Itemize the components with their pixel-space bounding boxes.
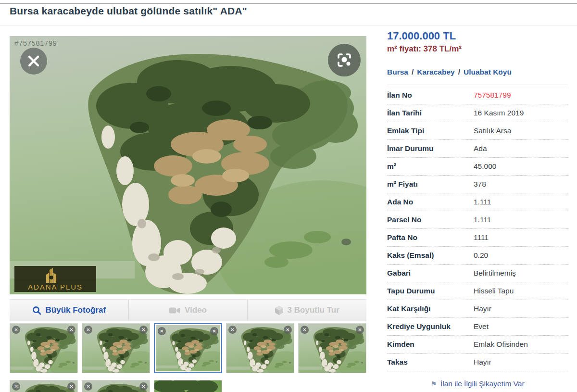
photo-thumbnail[interactable] [298, 323, 366, 373]
thumb-close-icon[interactable] [84, 326, 92, 334]
tab-big-photo[interactable]: Büyük Fotoğraf [10, 300, 128, 321]
details-row: Emlak Tipi Satılık Arsa [387, 122, 568, 140]
thumbnail-image [154, 380, 222, 392]
details-row: İlan No 757581799 [387, 87, 568, 104]
price: 17.000.000 TL [387, 30, 456, 42]
breadcrumb: Bursa/Karacabey/Uluabat Köyü [387, 68, 512, 76]
thumb-close-icon[interactable] [158, 327, 166, 335]
details-row: Parsel No 1.111 [387, 211, 568, 229]
agency-watermark: ADANA PLUS [14, 266, 96, 292]
details-value: Satılık Arsa [474, 126, 511, 135]
close-icon [27, 55, 40, 67]
breadcrumb-link-district[interactable]: Karacabey [417, 68, 454, 76]
thumb-close-icon[interactable] [210, 327, 218, 335]
details-row: Ada No 1.111 [387, 193, 568, 211]
details-label: Takas [387, 358, 474, 367]
fullscreen-icon [336, 52, 352, 68]
details-label: Kimden [387, 340, 474, 349]
report-listing-label: İlan ile İlgili Şikayetim Var [440, 379, 525, 388]
photo-thumbnail[interactable] [154, 323, 222, 373]
tab-video[interactable]: Video [128, 300, 248, 321]
details-row: Kat Karşılığı Hayır [387, 300, 568, 318]
tab-label: 3 Boyutlu Tur [288, 305, 339, 315]
tab-label: Büyük Fotoğraf [46, 305, 106, 315]
photo-thumbnail[interactable] [10, 380, 78, 392]
thumb-close-icon[interactable] [12, 382, 20, 391]
flag-icon: ⚑ [430, 380, 437, 388]
breadcrumb-divider [387, 85, 568, 85]
details-row: Pafta No 1111 [387, 229, 568, 247]
details-value: 1111 [474, 233, 489, 242]
tab-3d-tour[interactable]: 3 Boyutlu Tur [247, 300, 366, 321]
details-label: Emlak Tipi [387, 126, 474, 135]
thumbnail-strip-row-2 [10, 380, 222, 392]
details-value: Emlak Ofisinden [474, 340, 528, 349]
details-label: Kaks (Emsal) [387, 251, 474, 260]
thumb-close-icon[interactable] [12, 326, 20, 334]
details-label: Parsel No [387, 215, 474, 224]
details-label: Krediye Uygunluk [387, 322, 474, 331]
page-top-divider [0, 3, 577, 4]
fullscreen-button[interactable] [328, 44, 361, 76]
breadcrumb-link-city[interactable]: Bursa [387, 68, 408, 76]
details-row: Gabari Belirtilmemiş [387, 265, 568, 282]
details-value: Evet [474, 322, 489, 331]
magnifier-icon [32, 306, 41, 315]
photo-thumbnail[interactable] [154, 380, 222, 392]
title-divider [0, 25, 577, 25]
report-listing-link[interactable]: ⚑ İlan ile İlgili Şikayetim Var [387, 379, 568, 388]
thumb-close-icon[interactable] [139, 326, 148, 334]
thumb-close-icon[interactable] [284, 326, 292, 334]
details-label: İlan Tarihi [387, 109, 474, 117]
details-row: Kimden Emlak Ofisinden [387, 336, 568, 354]
details-value: Belirtilmemiş [474, 269, 516, 278]
agency-building-icon [42, 267, 61, 283]
details-value: 16 Kasım 2019 [474, 109, 524, 117]
photo-watermark-id: #757581799 [14, 39, 57, 47]
listing-details-table: İlan No 757581799 İlan Tarihi 16 Kasım 2… [387, 87, 568, 371]
photo-thumbnail[interactable] [82, 380, 150, 392]
thumb-close-icon[interactable] [67, 382, 75, 391]
thumbnail-strip-row-1 [10, 323, 366, 373]
island-aerial-photo [10, 36, 366, 294]
thumb-close-icon[interactable] [67, 326, 75, 334]
details-value: 757581799 [474, 91, 511, 100]
details-label: Tapu Durumu [387, 287, 474, 295]
details-label: m² Fiyatı [387, 180, 474, 189]
breadcrumb-separator: / [408, 68, 417, 76]
tab-label: Video [185, 305, 207, 315]
listing-title: Bursa karacabeyde ulubat gölünde satılık… [10, 5, 247, 17]
details-label: Kat Karşılığı [387, 304, 474, 313]
details-row: Krediye Uygunluk Evet [387, 318, 568, 336]
details-label: Pafta No [387, 233, 474, 242]
details-value: 0.20 [474, 251, 488, 260]
thumb-close-icon[interactable] [301, 326, 309, 334]
details-row: m² 45.000 [387, 158, 568, 176]
media-tab-bar: Büyük Fotoğraf Video 3 Boyutlu Tur [10, 299, 366, 321]
details-row: Tapu Durumu Hisseli Tapu [387, 282, 568, 300]
photo-thumbnail[interactable] [226, 323, 294, 373]
details-value: Hisseli Tapu [474, 287, 514, 295]
thumb-close-icon[interactable] [228, 326, 237, 334]
photo-thumbnail[interactable] [82, 323, 150, 373]
details-row: İlan Tarihi 16 Kasım 2019 [387, 104, 568, 122]
breadcrumb-separator: / [455, 68, 464, 76]
main-photo[interactable]: #757581799 ADANA PLUS [10, 36, 366, 294]
close-button[interactable] [20, 48, 47, 75]
details-value: 1.111 [474, 198, 491, 206]
details-value: 1.111 [474, 215, 491, 224]
breadcrumb-link-village[interactable]: Uluabat Köyü [464, 68, 512, 76]
details-row: m² Fiyatı 378 [387, 176, 568, 193]
details-label: Gabari [387, 269, 474, 278]
photo-thumbnail[interactable] [10, 323, 78, 373]
thumb-close-icon[interactable] [84, 382, 92, 391]
video-camera-icon [169, 307, 180, 314]
cube-3d-icon [275, 306, 283, 315]
details-value: Hayır [474, 304, 491, 313]
thumb-close-icon[interactable] [356, 326, 364, 334]
agency-watermark-label: ADANA PLUS [28, 283, 83, 291]
unit-price: m² fiyatı: 378 TL/m² [387, 44, 462, 54]
details-label: İmar Durumu [387, 144, 474, 153]
details-value: 45.000 [474, 162, 496, 171]
thumb-close-icon[interactable] [139, 382, 148, 391]
